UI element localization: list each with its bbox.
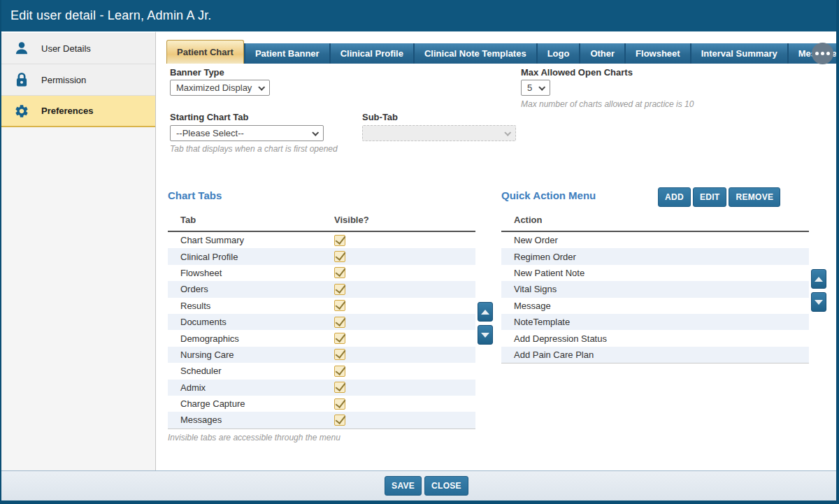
visible-checkbox[interactable] [334,415,345,426]
quick-action-move-up-button[interactable] [811,269,826,289]
visible-checkbox[interactable] [334,251,345,262]
max-open-charts-hint: Max number of charts allowed at practice… [521,99,694,109]
column-header-action: Action [514,215,542,225]
list-item[interactable]: Message [501,298,809,314]
chart-tabs-title: Chart Tabs [168,189,222,201]
starting-chart-tab-label: Starting Chart Tab [170,112,248,122]
chevron-down-icon [504,129,511,136]
tab-interval-summary[interactable]: Interval Summary [691,43,787,64]
edit-user-detail-window: Edit user detail - Learn, Admin A Jr. Us… [0,0,839,504]
quick-action-move-down-button[interactable] [811,292,826,312]
chart-tabs-move-down-button[interactable] [478,325,493,345]
visible-checkbox[interactable] [334,284,345,295]
window-title: Edit user detail - Learn, Admin A Jr. [10,8,212,23]
visible-checkbox[interactable] [334,382,345,393]
banner-type-label: Banner Type [170,67,224,78]
sub-tab-label: Sub-Tab [362,112,398,122]
tab-clinical-profile[interactable]: Clinical Profile [331,43,413,64]
table-row: Nursing Care [168,347,475,363]
lock-icon [13,71,30,88]
table-row: Documents [168,314,475,330]
table-row: Results [168,298,475,314]
ellipsis-icon [821,52,824,55]
list-item[interactable]: New Order [501,232,809,248]
column-header-visible: Visible? [334,215,369,225]
starting-chart-tab-hint: Tab that displays when a chart is first … [170,144,338,154]
visible-checkbox[interactable] [334,235,345,246]
tab-overflow-button[interactable] [812,43,833,64]
sidebar-item-label: User Details [41,43,91,54]
arrow-up-icon [481,310,489,315]
window-title-bar: Edit user detail - Learn, Admin A Jr. [1,0,836,31]
add-button[interactable]: ADD [658,187,691,207]
sub-tab-select [362,125,516,141]
sidebar-item-label: Permission [41,75,86,85]
tab-logo[interactable]: Logo [538,43,580,64]
banner-type-select[interactable]: Maximized Display [170,80,270,96]
table-row: Clinical Profile [168,248,475,264]
chart-tabs-footnote: Invisible tabs are accessible through th… [168,433,340,442]
chart-tabs-move-up-button[interactable] [478,302,493,322]
table-row: Scheduler [168,363,475,379]
tab-other[interactable]: Other [580,43,624,64]
visible-checkbox[interactable] [334,398,345,410]
tab-patient-chart[interactable]: Patient Chart [166,40,244,64]
tab-patient-banner[interactable]: Patient Banner [245,43,329,64]
tab-flowsheet[interactable]: Flowsheet [626,43,690,64]
chevron-down-icon [258,84,265,91]
table-row: Messages [168,412,475,428]
chevron-down-icon [538,84,545,91]
chart-tabs-header: Tab Visible? [168,212,475,232]
tab-clinical-note-templates[interactable]: Clinical Note Templates [415,43,536,64]
quick-action-table: Action New Order Regimen Order New Patie… [501,212,809,363]
table-row: Orders [168,281,475,297]
table-row: Demographics [168,330,475,346]
tab-bar: Patient Chart Patient Banner Clinical Pr… [156,40,836,64]
footer-bar: SAVE CLOSE [1,470,836,501]
list-item[interactable]: Regimen Order [501,248,809,264]
max-open-charts-select[interactable]: 5 [521,80,550,96]
starting-chart-tab-select[interactable]: --Please Select-- [170,125,324,141]
list-item[interactable]: Vital Signs [501,281,809,297]
arrow-up-icon [815,277,823,282]
close-button[interactable]: CLOSE [424,476,468,496]
list-item[interactable]: NoteTemplate [501,314,809,330]
visible-checkbox[interactable] [334,267,345,278]
visible-checkbox[interactable] [334,317,345,328]
sidebar-item-permission[interactable]: Permission [1,64,155,96]
visible-checkbox[interactable] [334,300,345,311]
quick-action-menu-title: Quick Action Menu [501,189,596,201]
sidebar-item-preferences[interactable]: Preferences [1,96,155,127]
list-item[interactable]: Add Pain Care Plan [501,347,809,363]
sidebar-item-label: Preferences [41,106,93,116]
table-row: Flowsheet [168,265,475,281]
user-icon [13,40,30,57]
preferences-content: Banner Type Maximized Display Max Allowe… [156,64,836,501]
quick-action-header: Action [501,212,809,232]
gear-icon [13,103,30,120]
save-button[interactable]: SAVE [385,476,422,496]
arrow-down-icon [815,300,823,305]
edit-button[interactable]: EDIT [693,187,727,207]
chart-tabs-table: Tab Visible? Chart Summary Clinical Prof… [168,212,475,429]
visible-checkbox[interactable] [334,349,345,360]
remove-button[interactable]: REMOVE [729,187,780,207]
max-open-charts-label: Max Allowed Open Charts [521,67,633,78]
table-row: Admix [168,380,475,396]
table-row: Charge Capture [168,396,475,412]
table-row: Chart Summary [168,232,475,248]
sidebar-item-user-details[interactable]: User Details [1,33,155,64]
arrow-down-icon [481,333,489,338]
list-item[interactable]: Add Depression Status [501,330,809,346]
list-item[interactable]: New Patient Note [501,265,809,281]
chevron-down-icon [312,129,319,136]
visible-checkbox[interactable] [334,366,345,377]
visible-checkbox[interactable] [334,333,345,344]
sidebar: User Details Permission Preferences [1,31,156,501]
main-panel: Patient Chart Patient Banner Clinical Pr… [156,31,836,501]
column-header-tab: Tab [180,215,334,225]
